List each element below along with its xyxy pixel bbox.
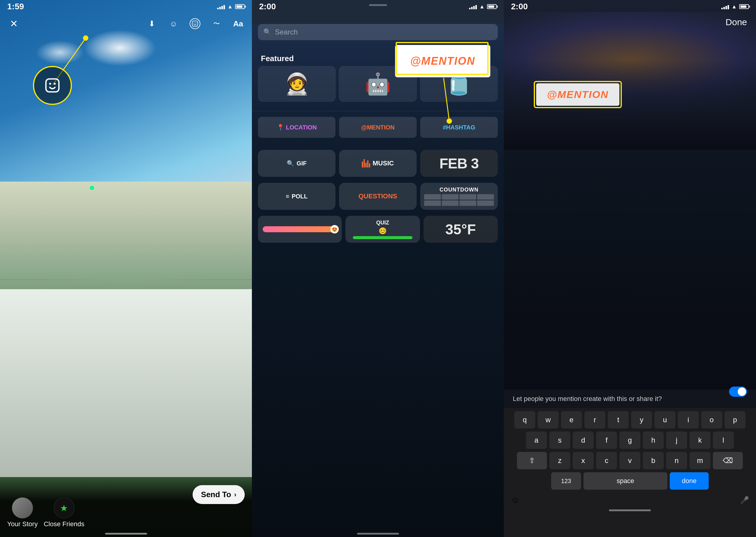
poll-tool[interactable]: ≡ POLL [258, 183, 335, 210]
key-k[interactable]: k [690, 432, 710, 449]
slider-sticker[interactable]: 😍 [258, 216, 342, 243]
download-icon: ⬇ [149, 19, 155, 28]
key-t[interactable]: t [608, 411, 629, 429]
svg-point-5 [49, 83, 51, 85]
mention-toggle[interactable] [729, 387, 747, 397]
astronaut-icon: 🧑‍🚀 [284, 72, 310, 96]
panel3: 2:00 ▲ Done @MENTION Let people you ment… [504, 0, 756, 537]
panel1-time: 1:59 [7, 2, 24, 11]
done-key[interactable]: done [670, 472, 709, 490]
star-icon: ★ [60, 503, 68, 513]
key-m[interactable]: m [690, 452, 710, 469]
key-u[interactable]: u [655, 411, 675, 429]
svg-rect-0 [192, 21, 198, 26]
panel3-mention-sticker[interactable]: @MENTION [534, 81, 622, 108]
gif-tool[interactable]: 🔍 GIF [258, 150, 335, 177]
panel3-status-bar: 2:00 ▲ [504, 0, 756, 13]
key-h[interactable]: h [643, 432, 664, 449]
small-sticker-row: 📍 LOCATION @MENTION #HASHTAG [258, 117, 498, 138]
sticker-astronaut[interactable]: 🧑‍🚀 [258, 66, 336, 102]
p2-battery-icon [487, 4, 497, 9]
panel2-status-bar: 2:00 ▲ [252, 0, 504, 13]
date-label: FEB 3 [439, 155, 479, 172]
text-button[interactable]: Aa [232, 17, 245, 30]
your-story-wrapper[interactable]: Your Story [7, 497, 38, 528]
panel1-bottom-bar: Your Story ★ Close Friends Send To › [0, 477, 252, 537]
toolbar-right: ⬇ ☺ 〜 Aa [145, 17, 245, 30]
send-to-button[interactable]: Send To › [193, 485, 245, 504]
keyboard-row-4: 123 space done [506, 472, 754, 490]
key-c[interactable]: c [596, 452, 617, 469]
key-v[interactable]: v [620, 452, 640, 469]
signal-bars-icon [217, 4, 225, 9]
slider-track: 😍 [263, 226, 337, 232]
key-e[interactable]: e [561, 411, 582, 429]
temperature-tool[interactable]: 35°F [424, 216, 498, 243]
close-friends-button[interactable]: ★ [54, 497, 75, 518]
search-icon: 🔍 [263, 28, 271, 36]
sticker-face-icon [190, 18, 200, 29]
key-s[interactable]: s [549, 432, 570, 449]
featured-label: Featured [261, 54, 294, 63]
key-f[interactable]: f [596, 432, 617, 449]
green-dot [90, 186, 94, 190]
battery-icon [235, 4, 245, 9]
key-w[interactable]: w [538, 411, 559, 429]
panel3-time: 2:00 [511, 2, 528, 11]
shift-key[interactable]: ⇧ [517, 452, 547, 469]
panel2-status-icons: ▲ [469, 4, 497, 10]
key-z[interactable]: z [549, 452, 570, 469]
svg-point-2 [196, 22, 197, 23]
delete-key[interactable]: ⌫ [713, 452, 743, 469]
key-i[interactable]: i [678, 411, 699, 429]
quiz-progress-bar [353, 236, 412, 239]
download-button[interactable]: ⬇ [145, 17, 159, 30]
key-l[interactable]: l [713, 432, 734, 449]
search-container: 🔍 Search [258, 24, 498, 40]
key-n[interactable]: n [666, 452, 687, 469]
key-y[interactable]: y [631, 411, 652, 429]
space-key[interactable]: space [584, 472, 667, 490]
poll-icon: ≡ [286, 193, 289, 200]
hashtag-sticker[interactable]: #HASHTAG [420, 117, 498, 138]
text-icon: Aa [233, 19, 243, 28]
your-story-label: Your Story [7, 520, 38, 528]
close-friends-wrapper[interactable]: ★ Close Friends [44, 497, 85, 528]
key-q[interactable]: q [514, 411, 535, 429]
music-tool[interactable]: MUSIC [339, 150, 417, 177]
close-button[interactable]: ✕ [7, 17, 20, 30]
sticker-button[interactable] [188, 17, 202, 30]
p3-battery-icon [739, 4, 749, 9]
panel1-snow [0, 289, 252, 477]
key-o[interactable]: o [701, 411, 722, 429]
location-sticker[interactable]: 📍 LOCATION [258, 117, 335, 138]
tools-row3: 😍 QUIZ 😊 35°F [258, 216, 498, 243]
svg-point-6 [54, 83, 56, 85]
countdown-tool[interactable]: COUNTDOWN [420, 183, 498, 210]
music-bars-icon [362, 159, 370, 168]
search-input[interactable]: Search [275, 28, 298, 36]
key-r[interactable]: r [585, 411, 605, 429]
done-button[interactable]: Done [726, 17, 747, 27]
draw-button[interactable]: 〜 [210, 17, 223, 30]
questions-tool[interactable]: QUESTIONS [339, 183, 417, 210]
key-b[interactable]: b [643, 452, 664, 469]
key-d[interactable]: d [573, 432, 594, 449]
toggle-knob [738, 388, 746, 396]
panel1-toolbar: ✕ ⬇ ☺ 〜 [0, 13, 252, 34]
p2-signal-icon [469, 4, 477, 9]
dictation-key[interactable]: 🎤 [736, 493, 754, 508]
key-a[interactable]: a [526, 432, 547, 449]
quiz-tool[interactable]: QUIZ 😊 [345, 216, 420, 243]
emoji-key[interactable]: ☺ [506, 493, 524, 508]
keyboard-home-indicator [609, 510, 651, 511]
location-icon: 📍 [277, 124, 284, 131]
date-tool[interactable]: FEB 3 [420, 150, 498, 177]
numbers-key[interactable]: 123 [551, 472, 581, 490]
key-x[interactable]: x [573, 452, 594, 469]
key-j[interactable]: j [666, 432, 687, 449]
emoji-edit-button[interactable]: ☺ [167, 17, 180, 30]
key-p[interactable]: p [725, 411, 745, 429]
mention-sticker-small[interactable]: @MENTION [339, 117, 417, 138]
key-g[interactable]: g [620, 432, 640, 449]
